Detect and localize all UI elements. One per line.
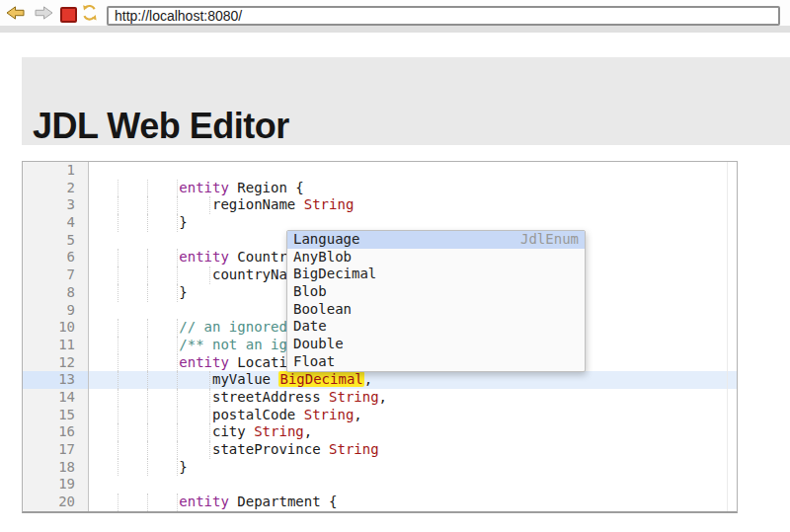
line-number: 5: [23, 232, 88, 250]
forward-icon[interactable]: [35, 6, 53, 24]
indent-guide: [147, 284, 148, 302]
indent-guide: [118, 371, 118, 389]
indent-guide: [118, 459, 118, 477]
autocomplete-item-label: Boolean: [293, 301, 352, 319]
page-title: JDL Web Editor: [33, 107, 289, 146]
code-line[interactable]: myValue BigDecimal,: [89, 371, 737, 389]
line-number: 7: [23, 266, 88, 284]
line-number: 17: [23, 441, 88, 459]
code-text: entity Department {: [96, 494, 337, 509]
indent-guide: [147, 459, 148, 477]
code-line[interactable]: [89, 476, 737, 494]
line-number: 10: [23, 319, 88, 337]
code-line[interactable]: entity Region {: [89, 180, 737, 197]
code-text: }: [96, 284, 188, 300]
jdl-code-editor[interactable]: 1234567891011121314151617181920 entity R…: [22, 161, 738, 513]
autocomplete-item[interactable]: Blob: [287, 283, 585, 301]
indent-guide: [118, 284, 118, 302]
indent-guide: [147, 266, 148, 284]
line-number: 11: [23, 337, 88, 354]
indent-guide: [147, 371, 148, 389]
indent-guide: [147, 319, 148, 337]
address-bar[interactable]: [107, 6, 780, 26]
indent-guide: [118, 180, 118, 197]
reload-icon[interactable]: [81, 4, 99, 26]
indent-guide: [209, 407, 210, 424]
indent-guide: [177, 354, 178, 372]
code-line[interactable]: city String,: [89, 423, 737, 441]
line-number: 19: [23, 476, 88, 494]
indent-guide: [177, 319, 178, 337]
indent-guide: [177, 249, 178, 266]
indent-guide: [118, 214, 118, 232]
browser-toolbar: [0, 0, 790, 26]
line-number: 6: [23, 249, 88, 266]
line-number: 16: [23, 423, 88, 441]
code-text: entity Region {: [96, 180, 304, 195]
indent-guide: [147, 423, 148, 441]
code-text: regionName String: [96, 196, 354, 212]
line-number: 8: [23, 284, 88, 302]
indent-guide: [209, 371, 210, 389]
line-number: 3: [23, 196, 88, 214]
code-text: }: [96, 214, 188, 230]
line-number: 1: [23, 162, 88, 180]
indent-guide: [118, 319, 118, 337]
indent-guide: [147, 180, 148, 197]
code-text: myValue BigDecimal,: [96, 371, 372, 387]
editor-scrollbar[interactable]: [727, 162, 728, 511]
indent-guide: [118, 196, 118, 214]
code-text: streetAddress String,: [96, 389, 387, 405]
code-line[interactable]: stateProvince String: [89, 441, 737, 459]
indent-guide: [118, 423, 118, 441]
indent-guide: [118, 407, 118, 424]
indent-guide: [147, 407, 148, 424]
indent-guide: [177, 407, 178, 424]
autocomplete-item[interactable]: LanguageJdlEnum: [287, 231, 585, 249]
autocomplete-item[interactable]: Float: [287, 353, 585, 371]
code-line[interactable]: streetAddress String,: [89, 389, 737, 407]
code-line[interactable]: regionName String: [89, 196, 737, 214]
indent-guide: [177, 180, 178, 197]
line-number: 9: [23, 302, 88, 320]
line-number: 13: [23, 371, 88, 389]
autocomplete-item[interactable]: AnyBlob: [287, 249, 585, 266]
indent-guide: [118, 441, 118, 459]
autocomplete-popup[interactable]: LanguageJdlEnumAnyBlobBigDecimalBlobBool…: [286, 230, 586, 372]
code-text: postalCode String,: [96, 407, 362, 422]
indent-guide: [177, 284, 178, 302]
indent-guide: [147, 249, 148, 266]
indent-guide: [177, 196, 178, 214]
autocomplete-item-label: AnyBlob: [293, 249, 352, 266]
code-line[interactable]: [89, 162, 737, 180]
autocomplete-item-label: Language: [293, 231, 359, 249]
stop-icon[interactable]: [60, 7, 77, 23]
code-line[interactable]: }: [89, 459, 737, 477]
code-line[interactable]: postalCode String,: [89, 407, 737, 424]
indent-guide: [147, 214, 148, 232]
autocomplete-item[interactable]: BigDecimal: [287, 266, 585, 283]
back-icon[interactable]: [6, 6, 25, 24]
autocomplete-item-hint: JdlEnum: [520, 231, 579, 249]
indent-guide: [209, 389, 210, 407]
line-number: 20: [23, 494, 88, 511]
autocomplete-item-label: Double: [293, 336, 344, 353]
indent-guide: [209, 441, 210, 459]
indent-guide: [177, 266, 178, 284]
code-text: }: [96, 459, 188, 475]
line-number: 12: [23, 354, 88, 372]
code-text: stateProvince String: [96, 441, 379, 457]
autocomplete-item-label: Float: [293, 353, 335, 371]
indent-guide: [177, 423, 178, 441]
autocomplete-item-label: Date: [293, 318, 327, 336]
indent-guide: [147, 196, 148, 214]
autocomplete-item[interactable]: Double: [287, 336, 585, 353]
code-line[interactable]: entity Department {: [89, 494, 737, 511]
autocomplete-item[interactable]: Date: [287, 318, 585, 336]
code-text: entity Country {: [96, 249, 312, 265]
indent-guide: [147, 441, 148, 459]
autocomplete-item[interactable]: Boolean: [287, 301, 585, 319]
line-number-gutter: 1234567891011121314151617181920: [23, 162, 89, 511]
autocomplete-item-label: BigDecimal: [293, 266, 376, 283]
indent-guide: [118, 249, 118, 266]
